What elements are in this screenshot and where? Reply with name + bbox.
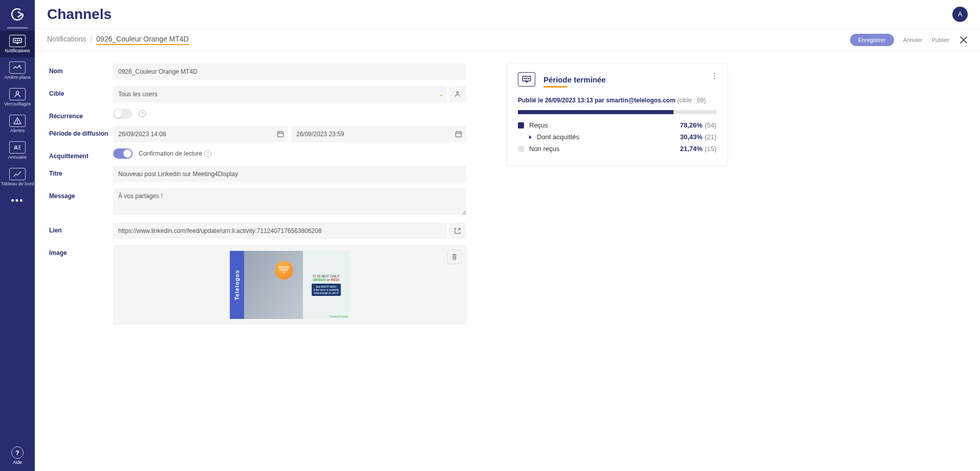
svg-rect-10 [456, 132, 462, 137]
chevron-right-icon [529, 135, 532, 139]
sidebar-item-backgrounds[interactable]: Arrière-plans [0, 57, 35, 84]
message-textarea[interactable]: À vos partages ! [113, 188, 466, 215]
delete-image-button[interactable] [447, 250, 462, 264]
card-published-info: Publié le 26/09/2023 13:13 par smartin@t… [518, 97, 716, 104]
svg-rect-9 [278, 132, 284, 137]
form-column: Nom Cible ⌄ [49, 63, 466, 459]
sidebar-item-dashboard[interactable]: Tableau de bord [0, 164, 35, 190]
label-nom: Nom [49, 63, 113, 75]
sidebar-more[interactable]: ••• [0, 190, 35, 211]
svg-point-3 [19, 40, 19, 40]
stat-count: (15) [705, 145, 716, 153]
sidebar-nav: Notifications Arrière-plans Verrouillage… [0, 31, 35, 446]
stat-row-ack[interactable]: Dont acquittés 30,43%(21) [518, 133, 716, 141]
img-brand: Telelogos [234, 270, 240, 301]
sidebar-item-directory[interactable]: Annuaire [0, 137, 35, 164]
cible-target-button[interactable] [449, 86, 466, 102]
chevron-down-icon: ⌄ [439, 91, 444, 98]
svg-point-6 [17, 123, 18, 123]
period-start-input[interactable] [113, 126, 273, 142]
action-bar: Enregistrer Annuler Publier [850, 34, 968, 46]
breadcrumb-parent[interactable]: Notifications [47, 35, 86, 43]
stat-count: (54) [705, 121, 716, 129]
breadcrumb-separator: / [90, 35, 92, 43]
info-icon[interactable]: ? [204, 150, 211, 157]
card-notification-icon [518, 72, 535, 87]
stats-column: ⋮ Période terminée Publié le 26/09/2023 … [507, 63, 727, 459]
calendar-end-button[interactable] [451, 126, 466, 142]
stat-label: Non reçus [529, 145, 559, 153]
sidebar-item-notifications[interactable]: Notifications [0, 31, 35, 57]
sidebar-item-alerts[interactable]: Alertes [0, 111, 35, 137]
subheader: Notifications / 0926_Couleur Orange MT4D… [35, 29, 980, 51]
alerts-icon [9, 115, 26, 127]
svg-point-7 [15, 146, 17, 148]
cible-select[interactable] [113, 86, 447, 102]
sidebar-item-locks[interactable]: Verrouillages [0, 84, 35, 111]
preview-thumbnail[interactable]: Telelogos DID YOU KNOW ? IT IS NO [230, 251, 350, 319]
publish-button[interactable]: Publier [932, 37, 949, 43]
calendar-start-button[interactable] [273, 126, 288, 142]
label-periode: Période de diffusion [49, 126, 113, 137]
confirm-read-label: Confirmation de lecture [139, 150, 202, 157]
label-lien: Lien [49, 223, 113, 234]
help-label: Aide [13, 460, 22, 465]
card-title: Période terminée [543, 75, 606, 84]
locks-icon [9, 88, 26, 100]
svg-point-2 [17, 40, 17, 40]
breadcrumb-current: 0926_Couleur Orange MT4D [96, 35, 189, 45]
stat-row-notreceived: Non reçus 21,74%(15) [518, 145, 716, 153]
period-end-input[interactable] [291, 126, 451, 142]
page-title: Channels [47, 6, 112, 23]
backgrounds-icon [9, 61, 26, 74]
avatar[interactable]: A [952, 7, 968, 22]
sidebar-item-label: Notifications [5, 48, 30, 53]
img-bubble: DID YOU KNOW ? [275, 261, 293, 280]
dashboard-icon [9, 168, 26, 180]
save-button[interactable]: Enregistrer [850, 34, 894, 46]
directory-icon [9, 141, 26, 154]
label-image: Image [49, 245, 113, 256]
label-recurrence: Récurrence [49, 109, 113, 120]
label-message: Message [49, 188, 113, 200]
legend-square-grey [518, 146, 524, 152]
card-menu-icon[interactable]: ⋮ [710, 71, 718, 81]
info-icon[interactable]: ? [139, 110, 146, 117]
progress-bar [518, 110, 716, 114]
cancel-button[interactable]: Annuler [903, 37, 923, 43]
recurrence-toggle[interactable] [113, 109, 133, 119]
stat-pct: 78,26% [680, 121, 703, 129]
breadcrumb: Notifications / 0926_Couleur Orange MT4D [47, 35, 189, 45]
svg-point-8 [456, 92, 459, 94]
header: Channels A [35, 0, 980, 29]
image-preview: Telelogos DID YOU KNOW ? IT IS NO [113, 245, 466, 325]
nom-input[interactable] [113, 63, 466, 80]
sidebar-item-label: Tableau de bord [1, 181, 34, 186]
sidebar-item-label: Arrière-plans [4, 75, 31, 80]
img-right-panel: IT IS NOT ONLY GREEN or RED! See RIGHT A… [303, 251, 350, 319]
stat-pct: 30,43% [680, 133, 703, 141]
svg-point-1 [15, 40, 15, 40]
notifications-icon [9, 35, 26, 47]
sidebar-footer: ? Aide [11, 446, 24, 471]
titre-input[interactable] [113, 166, 466, 182]
sidebar: Notifications Arrière-plans Verrouillage… [0, 0, 35, 471]
lien-input[interactable] [113, 223, 447, 239]
legend-square-blue [518, 122, 524, 129]
acquittement-toggle[interactable] [113, 148, 133, 159]
open-link-button[interactable] [449, 223, 466, 239]
help-icon[interactable]: ? [11, 446, 24, 459]
app-logo[interactable] [7, 4, 28, 29]
stat-count: (21) [705, 133, 716, 141]
label-acquittement: Acquittement [49, 148, 113, 160]
close-icon[interactable] [959, 35, 968, 45]
sidebar-item-label: Verrouillages [4, 101, 31, 106]
svg-point-5 [16, 92, 19, 94]
stat-pct: 21,74% [680, 145, 703, 153]
svg-point-14 [528, 78, 529, 79]
sidebar-item-label: Annuaire [8, 155, 27, 160]
stat-label: Reçus [529, 121, 548, 129]
sidebar-item-label: Alertes [10, 128, 25, 133]
svg-point-13 [526, 78, 527, 79]
stats-card: ⋮ Période terminée Publié le 26/09/2023 … [507, 63, 727, 165]
